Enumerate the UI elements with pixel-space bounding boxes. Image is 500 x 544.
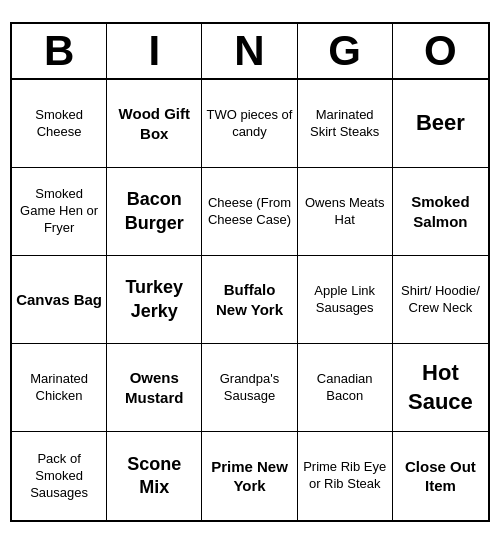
header-letter: I: [107, 24, 202, 78]
bingo-cell: Pack of Smoked Sausages: [12, 432, 107, 520]
bingo-cell: Prime New York: [202, 432, 297, 520]
bingo-cell: Beer: [393, 80, 488, 168]
bingo-cell: Marinated Skirt Steaks: [298, 80, 393, 168]
header-letter: O: [393, 24, 488, 78]
bingo-cell: Hot Sauce: [393, 344, 488, 432]
bingo-cell: Turkey Jerky: [107, 256, 202, 344]
bingo-cell: Owens Meats Hat: [298, 168, 393, 256]
bingo-cell: Bacon Burger: [107, 168, 202, 256]
bingo-cell: Owens Mustard: [107, 344, 202, 432]
bingo-cell: Smoked Salmon: [393, 168, 488, 256]
bingo-cell: Canvas Bag: [12, 256, 107, 344]
bingo-header: BINGO: [12, 24, 488, 80]
bingo-cell: TWO pieces of candy: [202, 80, 297, 168]
bingo-cell: Wood Gift Box: [107, 80, 202, 168]
bingo-cell: Buffalo New York: [202, 256, 297, 344]
bingo-cell: Canadian Bacon: [298, 344, 393, 432]
header-letter: G: [298, 24, 393, 78]
bingo-grid: Smoked CheeseWood Gift BoxTWO pieces of …: [12, 80, 488, 520]
bingo-cell: Close Out Item: [393, 432, 488, 520]
header-letter: N: [202, 24, 297, 78]
bingo-card: BINGO Smoked CheeseWood Gift BoxTWO piec…: [10, 22, 490, 522]
bingo-cell: Shirt/ Hoodie/ Crew Neck: [393, 256, 488, 344]
header-letter: B: [12, 24, 107, 78]
bingo-cell: Prime Rib Eye or Rib Steak: [298, 432, 393, 520]
bingo-cell: Smoked Game Hen or Fryer: [12, 168, 107, 256]
bingo-cell: Apple Link Sausages: [298, 256, 393, 344]
bingo-cell: Cheese (From Cheese Case): [202, 168, 297, 256]
bingo-cell: Scone Mix: [107, 432, 202, 520]
bingo-cell: Grandpa's Sausage: [202, 344, 297, 432]
bingo-cell: Smoked Cheese: [12, 80, 107, 168]
bingo-cell: Marinated Chicken: [12, 344, 107, 432]
